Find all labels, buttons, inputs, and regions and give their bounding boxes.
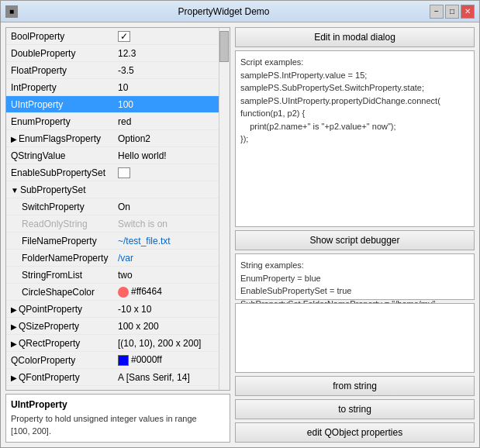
prop-value: 100 <box>115 99 219 110</box>
prop-name: ▶QRectProperty <box>6 338 115 349</box>
prop-value: ✓ <box>115 31 219 42</box>
prop-value: Hello world! <box>115 150 219 161</box>
prop-value: Option2 <box>115 133 219 144</box>
table-row: ReadOnlyString Switch is on <box>6 215 219 233</box>
checkbox-checked-icon[interactable]: ✓ <box>118 31 130 42</box>
table-row: ▶QSizeProperty 100 x 200 <box>6 318 219 335</box>
prop-name: ReadOnlyString <box>6 219 115 229</box>
prop-name: FloatProperty <box>6 65 115 76</box>
prop-name: IntProperty <box>6 82 115 93</box>
prop-value <box>115 167 219 178</box>
table-row: FloatProperty -3.5 <box>6 62 219 79</box>
property-table: BoolProperty ✓ DoubleProperty 12.3 Float… <box>6 28 219 390</box>
script-line: samplePS.UIntProperty.propertyDidChange.… <box>240 95 469 108</box>
table-row: StringFromList two <box>6 267 219 284</box>
script-area: Script examples: samplePS.IntProperty.va… <box>235 50 475 227</box>
prop-value: red <box>115 116 219 127</box>
table-row: FileNameProperty ~/test_file.txt <box>6 233 219 250</box>
script-line: samplePS.IntProperty.value = 15; <box>240 69 469 82</box>
prop-value: -3.5 <box>115 65 219 76</box>
prop-name: BoolProperty <box>6 31 115 42</box>
table-row: ▼SubPropertySet <box>6 181 219 198</box>
prop-name: QStringValue <box>6 150 115 161</box>
prop-name: ▶EnumFlagsProperty <box>6 133 115 144</box>
table-row-selected[interactable]: UIntProperty 100 <box>6 96 219 113</box>
maximize-button[interactable]: □ <box>445 5 459 19</box>
prop-name: ▶QSizeProperty <box>6 321 115 332</box>
checkbox-empty-icon[interactable] <box>118 167 130 178</box>
prop-name: EnumProperty <box>6 116 115 127</box>
color-box-icon <box>118 355 129 366</box>
titlebar: ■ PropertyWidget Demo − □ ✕ <box>1 1 479 22</box>
table-row: CircleShapeColor #ff6464 <box>6 284 219 301</box>
prop-value: ~/test_file.txt <box>115 236 219 246</box>
table-row: SwitchProperty On <box>6 198 219 215</box>
script-line: samplePS.SubPropertySet.SwitchProperty.s… <box>240 81 469 95</box>
window-title: PropertyWidget Demo <box>18 6 430 17</box>
expand-arrow-icon[interactable]: ▶ <box>11 322 17 331</box>
prop-name: UIntProperty <box>6 99 115 110</box>
collapse-arrow-icon[interactable]: ▼ <box>11 186 19 195</box>
close-button[interactable]: ✕ <box>461 5 475 19</box>
table-row: ▶QPointProperty -10 x 10 <box>6 301 219 318</box>
property-table-wrapper: BoolProperty ✓ DoubleProperty 12.3 Float… <box>5 27 230 391</box>
main-window: ■ PropertyWidget Demo − □ ✕ BoolProperty… <box>0 0 480 448</box>
table-row: ▶QRectProperty [(10, 10), 200 x 200] <box>6 335 219 352</box>
prop-value: Switch is on <box>115 219 219 229</box>
edit-qobject-button[interactable]: edit QObject properties <box>235 422 475 443</box>
prop-value: 100 x 200 <box>115 321 219 332</box>
prop-name: QColorProperty <box>6 355 115 366</box>
prop-value: two <box>115 270 219 281</box>
prop-name: SwitchProperty <box>6 202 115 212</box>
prop-name: EnableSubPropertySet <box>6 167 115 178</box>
table-row: EnumProperty red <box>6 113 219 130</box>
prop-value: -10 x 10 <box>115 304 219 315</box>
script-line: function(p1, p2) { <box>240 107 469 120</box>
to-string-button[interactable]: to string <box>235 399 475 419</box>
prop-value: 10 <box>115 82 219 93</box>
table-row: EnableSubPropertySet <box>6 164 219 181</box>
from-string-button[interactable]: from string <box>235 376 475 396</box>
table-row: QStringValue Hello world! <box>6 147 219 164</box>
show-debugger-button[interactable]: Show script debugger <box>235 230 475 250</box>
string-line: EnableSubPropertySet = true <box>240 284 469 298</box>
prop-value: 12.3 <box>115 48 219 59</box>
vertical-scrollbar[interactable] <box>219 28 230 390</box>
prop-name: DoubleProperty <box>6 48 115 59</box>
window-icon: ■ <box>5 5 18 18</box>
window-controls: − □ ✕ <box>430 5 475 19</box>
prop-name: ▶QPointProperty <box>6 304 115 315</box>
prop-name: ▼SubPropertySet <box>6 184 115 195</box>
prop-value: #0000ff <box>115 354 219 366</box>
prop-name: ▶QFontProperty <box>6 372 115 383</box>
table-row: DoubleProperty 12.3 <box>6 45 219 62</box>
prop-value: /var <box>115 253 219 264</box>
description-panel: UIntProperty Property to hold unsigned i… <box>5 394 230 443</box>
table-row: BoolProperty ✓ <box>6 28 219 45</box>
prop-value: On <box>115 202 219 212</box>
expand-arrow-icon[interactable]: ▶ <box>11 339 17 348</box>
string-examples-area: String examples: EnumProperty = blue Ena… <box>235 253 475 300</box>
script-line: }); <box>240 133 469 146</box>
description-title: UIntProperty <box>11 399 225 410</box>
edit-modal-button[interactable]: Edit in modal dialog <box>235 27 475 47</box>
script-label: Script examples: <box>240 56 469 69</box>
prop-name: FolderNameProperty <box>6 253 115 264</box>
table-row: ▼SubPropertySet2 <box>6 386 219 390</box>
prop-name: CircleShapeColor <box>6 287 115 298</box>
table-row: IntProperty 10 <box>6 79 219 96</box>
left-panel: BoolProperty ✓ DoubleProperty 12.3 Float… <box>5 27 230 443</box>
expand-arrow-icon[interactable]: ▶ <box>11 135 17 143</box>
string-line: EnumProperty = blue <box>240 272 469 285</box>
expand-arrow-icon[interactable]: ▶ <box>11 374 17 382</box>
content-area: BoolProperty ✓ DoubleProperty 12.3 Float… <box>1 22 479 447</box>
minimize-button[interactable]: − <box>430 5 444 19</box>
visualization-area <box>235 303 475 373</box>
script-line: print(p2.name+" is "+p2.value+" now"); <box>240 120 469 133</box>
expand-arrow-icon[interactable]: ▶ <box>11 305 17 314</box>
table-row: FolderNameProperty /var <box>6 250 219 267</box>
scrollbar-thumb[interactable] <box>219 31 229 62</box>
string-label: String examples: <box>240 259 469 272</box>
prop-value: #ff6464 <box>115 286 219 298</box>
right-panel: Edit in modal dialog Script examples: sa… <box>235 27 475 443</box>
